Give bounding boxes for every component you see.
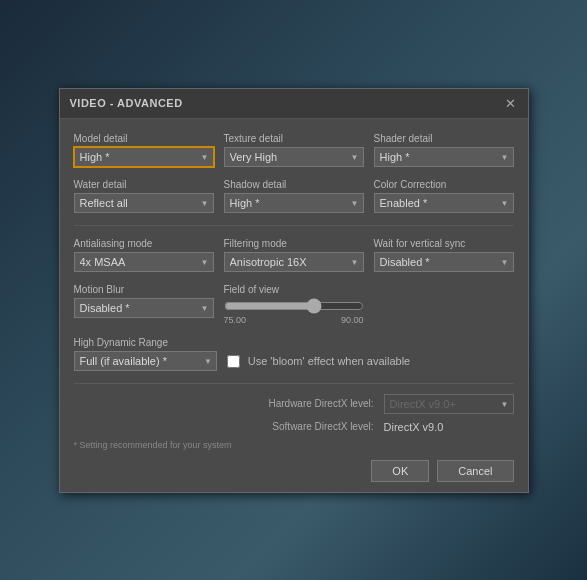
water-detail-label: Water detail (74, 179, 214, 190)
shadow-detail-dropdown-wrap: High * (224, 193, 364, 213)
footnote: * Setting recommended for your system (74, 440, 514, 450)
divider-1 (74, 225, 514, 226)
field-shadow-detail: Shadow detail High * (224, 179, 364, 213)
field-filtering: Filtering mode Anisotropic 16X (224, 238, 364, 272)
water-detail-dropdown-wrap: Reflect all (74, 193, 214, 213)
shadow-detail-dropdown[interactable]: High * (224, 193, 364, 213)
antialiasing-label: Antialiasing mode (74, 238, 214, 249)
dialog-body: Model detail High * Texture detail Very … (60, 119, 528, 492)
motion-blur-dropdown-wrap: Disabled * (74, 298, 214, 318)
hardware-directx-dropdown[interactable]: DirectX v9.0+ (384, 394, 514, 414)
color-correction-dropdown-wrap: Enabled * (374, 193, 514, 213)
fov-values: 75.00 90.00 (224, 315, 364, 325)
hardware-directx-dropdown-wrap: DirectX v9.0+ (384, 394, 514, 414)
field-shader-detail: Shader detail High * (374, 133, 514, 167)
fov-container: Field of view 75.00 90.00 (224, 284, 364, 325)
row-2: Water detail Reflect all Shadow detail H… (74, 179, 514, 213)
bloom-label: Use 'bloom' effect when available (248, 355, 410, 367)
field-fov: Field of view 75.00 90.00 (224, 284, 364, 325)
row-5: High Dynamic Range Full (if available) *… (74, 337, 514, 371)
field-antialiasing: Antialiasing mode 4x MSAA (74, 238, 214, 272)
motion-blur-dropdown[interactable]: Disabled * (74, 298, 214, 318)
texture-detail-label: Texture detail (224, 133, 364, 144)
cancel-button[interactable]: Cancel (437, 460, 513, 482)
dialog-title: VIDEO - ADVANCED (70, 97, 183, 109)
shadow-detail-label: Shadow detail (224, 179, 364, 190)
field-model-detail: Model detail High * (74, 133, 214, 167)
fov-slider-wrap: 75.00 90.00 (224, 298, 364, 325)
bottom-section: Hardware DirectX level: DirectX v9.0+ So… (74, 383, 514, 433)
software-directx-value: DirectX v9.0 (384, 421, 514, 433)
field-vsync: Wait for vertical sync Disabled * (374, 238, 514, 272)
row-1: Model detail High * Texture detail Very … (74, 133, 514, 167)
texture-detail-dropdown-wrap: Very High (224, 147, 364, 167)
close-button[interactable]: ✕ (503, 97, 518, 110)
fov-max: 90.00 (341, 315, 364, 325)
hdr-label: High Dynamic Range (74, 337, 217, 348)
fov-slider[interactable] (224, 298, 364, 314)
field-texture-detail: Texture detail Very High (224, 133, 364, 167)
software-directx-label: Software DirectX level: (272, 421, 373, 432)
field-hdr: High Dynamic Range Full (if available) * (74, 337, 217, 371)
field-water-detail: Water detail Reflect all (74, 179, 214, 213)
vsync-dropdown-wrap: Disabled * (374, 252, 514, 272)
color-correction-label: Color Correction (374, 179, 514, 190)
hdr-dropdown[interactable]: Full (if available) * (74, 351, 217, 371)
field-color-correction: Color Correction Enabled * (374, 179, 514, 213)
water-detail-dropdown[interactable]: Reflect all (74, 193, 214, 213)
bloom-container: Use 'bloom' effect when available (227, 355, 514, 371)
hardware-directx-row: Hardware DirectX level: DirectX v9.0+ (74, 394, 514, 414)
fov-label: Field of view (224, 284, 364, 295)
vsync-label: Wait for vertical sync (374, 238, 514, 249)
shader-detail-label: Shader detail (374, 133, 514, 144)
dialog: VIDEO - ADVANCED ✕ Model detail High * T… (59, 88, 529, 493)
filtering-dropdown-wrap: Anisotropic 16X (224, 252, 364, 272)
filtering-label: Filtering mode (224, 238, 364, 249)
model-detail-label: Model detail (74, 133, 214, 144)
hardware-directx-label: Hardware DirectX level: (268, 398, 373, 409)
shader-detail-dropdown[interactable]: High * (374, 147, 514, 167)
texture-detail-dropdown[interactable]: Very High (224, 147, 364, 167)
fov-min: 75.00 (224, 315, 247, 325)
antialiasing-dropdown[interactable]: 4x MSAA (74, 252, 214, 272)
ok-button[interactable]: OK (371, 460, 429, 482)
field-motion-blur: Motion Blur Disabled * (74, 284, 214, 318)
hw-dx-wrap: DirectX v9.0+ (384, 394, 514, 414)
model-detail-dropdown-wrap: High * (74, 147, 214, 167)
row-3: Antialiasing mode 4x MSAA Filtering mode… (74, 238, 514, 272)
button-row: OK Cancel (74, 460, 514, 482)
color-correction-dropdown[interactable]: Enabled * (374, 193, 514, 213)
vsync-dropdown[interactable]: Disabled * (374, 252, 514, 272)
software-directx-row: Software DirectX level: DirectX v9.0 (74, 421, 514, 433)
antialiasing-dropdown-wrap: 4x MSAA (74, 252, 214, 272)
shader-detail-dropdown-wrap: High * (374, 147, 514, 167)
bloom-checkbox[interactable] (227, 355, 240, 368)
model-detail-dropdown[interactable]: High * (74, 147, 214, 167)
filtering-dropdown[interactable]: Anisotropic 16X (224, 252, 364, 272)
hdr-dropdown-wrap: Full (if available) * (74, 351, 217, 371)
title-bar: VIDEO - ADVANCED ✕ (60, 89, 528, 119)
motion-blur-label: Motion Blur (74, 284, 214, 295)
row-4: Motion Blur Disabled * Field of view 75.… (74, 284, 514, 325)
